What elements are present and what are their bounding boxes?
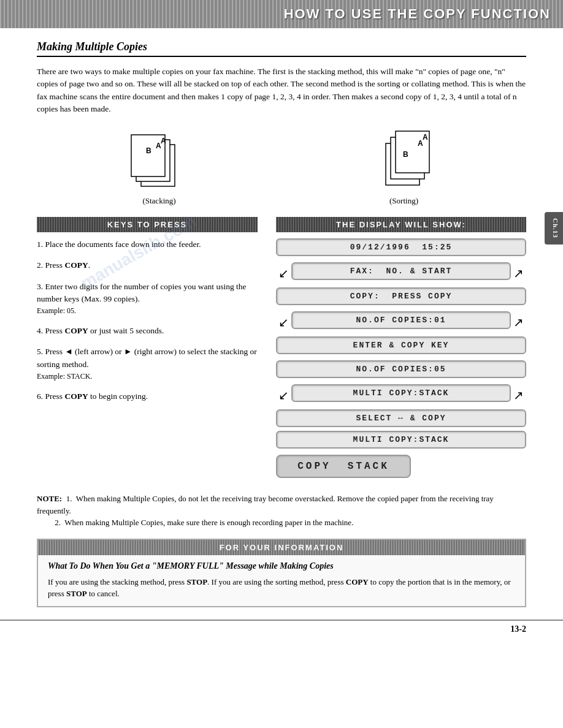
display-enter-copy: ENTER & COPY KEY [276, 336, 526, 354]
step-5-text: Press ◄ (left arrow) or ► (right arrow) … [37, 347, 257, 368]
svg-text:A: A [418, 139, 423, 148]
step-3: 3. Enter two digits for the number of co… [37, 281, 258, 317]
step-2-bold: COPY [64, 260, 88, 270]
stop-2: STOP [66, 589, 87, 598]
step-1: 1. Place the documents face down into th… [37, 238, 258, 251]
arrow-left-copies: ↙ [278, 316, 289, 328]
stacking-diagram: A A B (Stacking) [123, 126, 196, 206]
stacking-label: (Stacking) [123, 196, 196, 206]
note-label: NOTE: 1. When making Multiple Copies, do… [37, 493, 526, 517]
stop-1: STOP [186, 577, 207, 586]
step-3-text: Enter two digits for the number of copie… [37, 282, 247, 303]
step-6-bold: COPY [64, 392, 88, 401]
step-1-text: Place the documents face down into the f… [45, 240, 201, 249]
two-col-layout: KEYS TO PRESS 1. Place the documents fac… [37, 217, 526, 484]
arrow-right-multi: ↗ [513, 389, 524, 401]
left-col: KEYS TO PRESS 1. Place the documents fac… [37, 217, 270, 484]
display-select-copy: SELECT ↔ & COPY [276, 409, 526, 427]
display-header: THE DISPLAY WILL SHOW: [276, 217, 526, 232]
right-col: THE DISPLAY WILL SHOW: 09/12/1996 15:25 … [270, 217, 526, 484]
step-5-num: 5. [37, 347, 45, 356]
step-4-text: Press COPY or just wait 5 seconds. [45, 326, 164, 335]
step-4: 4. Press COPY or just wait 5 seconds. [37, 325, 258, 337]
sorting-svg: A A B [367, 126, 441, 194]
display-group-1: 09/12/1996 15:25 [276, 238, 526, 256]
keys-header: KEYS TO PRESS [37, 217, 258, 232]
svg-text:A: A [156, 142, 161, 150]
step-2-text: Press COPY. [45, 260, 91, 270]
stacking-svg: A A B [123, 126, 196, 194]
page-header: HOW TO USE THE COPY FUNCTION [0, 0, 563, 28]
display-row-copies01: ↙ NO.OF COPIES:01 ↗ [276, 311, 526, 333]
svg-text:A: A [161, 137, 166, 145]
step-6-text: Press COPY to begin copying. [45, 392, 148, 401]
step-3-example: Example: 05. [37, 305, 258, 316]
display-group-3: ↙ NO.OF COPIES:01 ↗ ENTER & COPY KEY [276, 311, 526, 354]
main-content: manualslib.com Ch.13 Making Multiple Cop… [0, 28, 563, 620]
display-row-fax: ↙ FAX: NO. & START ↗ [276, 262, 526, 284]
display-fax: FAX: NO. & START [291, 262, 511, 280]
step-5: 5. Press ◄ (left arrow) or ► (right arro… [37, 346, 258, 382]
step-4-bold: COPY [64, 326, 88, 335]
svg-text:B: B [146, 146, 151, 155]
note-section: NOTE: 1. When making Multiple Copies, do… [37, 493, 526, 529]
step-1-num: 1. [37, 240, 45, 249]
sorting-label: (Sorting) [367, 196, 441, 206]
note-item-2: 2. When making Multiple Copies, make sur… [37, 517, 526, 529]
step-2: 2. Press COPY. [37, 259, 258, 271]
display-datetime: 09/12/1996 15:25 [276, 238, 526, 256]
sorting-diagram: A A B (Sorting) [367, 126, 441, 206]
info-box-header: FOR YOUR INFORMATION [38, 540, 525, 555]
step-5-example: Example: STACK. [37, 371, 258, 382]
display-group-6: COPY STACK [276, 455, 526, 478]
steps-list: 1. Place the documents face down into th… [37, 238, 258, 403]
copy-stack-display: COPY STACK [276, 455, 411, 478]
page-title: HOW TO USE THE COPY FUNCTION [12, 6, 551, 22]
step-6: 6. Press COPY to begin copying. [37, 390, 258, 403]
display-group-4: NO.OF COPIES:05 [276, 360, 526, 378]
diagrams-row: A A B (Stacking) A A B (Sorting) [37, 126, 526, 206]
svg-text:B: B [403, 150, 408, 159]
step-2-num: 2. [37, 260, 45, 270]
copy-bold: COPY [346, 577, 369, 586]
arrow-right-fax: ↗ [513, 267, 524, 279]
step-3-num: 3. [37, 282, 45, 291]
display-group-2: ↙ FAX: NO. & START ↗ COPY: PRESS COPY [276, 262, 526, 305]
page-num-text: 13-2 [510, 624, 526, 634]
info-box: FOR YOUR INFORMATION What To Do When You… [37, 539, 526, 607]
info-box-text: If you are using the stacking method, pr… [48, 576, 515, 600]
info-box-content: What To Do When You Get a "MEMORY FULL" … [38, 555, 525, 606]
arrow-left-fax: ↙ [278, 267, 289, 279]
intro-text: There are two ways to make multiple copi… [37, 66, 526, 115]
svg-text:A: A [423, 133, 428, 142]
display-multi-stack1: MULTI COPY:STACK [291, 384, 511, 402]
display-group-5: ↙ MULTI COPY:STACK ↗ SELECT ↔ & COPY MUL… [276, 384, 526, 449]
note-label-bold: NOTE: [37, 494, 62, 503]
display-copies01: NO.OF COPIES:01 [291, 311, 511, 329]
arrow-left-multi: ↙ [278, 389, 289, 401]
step-4-num: 4. [37, 326, 45, 335]
section-title: Making Multiple Copies [37, 40, 526, 57]
info-box-subtitle: What To Do When You Get a "MEMORY FULL" … [48, 561, 515, 571]
display-multi-stack2: MULTI COPY:STACK [276, 431, 526, 449]
page-number: 13-2 [0, 620, 563, 638]
display-row-multi1: ↙ MULTI COPY:STACK ↗ [276, 384, 526, 406]
step-6-num: 6. [37, 392, 45, 401]
display-copies05: NO.OF COPIES:05 [276, 360, 526, 378]
chapter-tab: Ch.13 [545, 212, 563, 245]
arrow-right-copies: ↗ [513, 316, 524, 328]
display-copy-press: COPY: PRESS COPY [276, 287, 526, 305]
